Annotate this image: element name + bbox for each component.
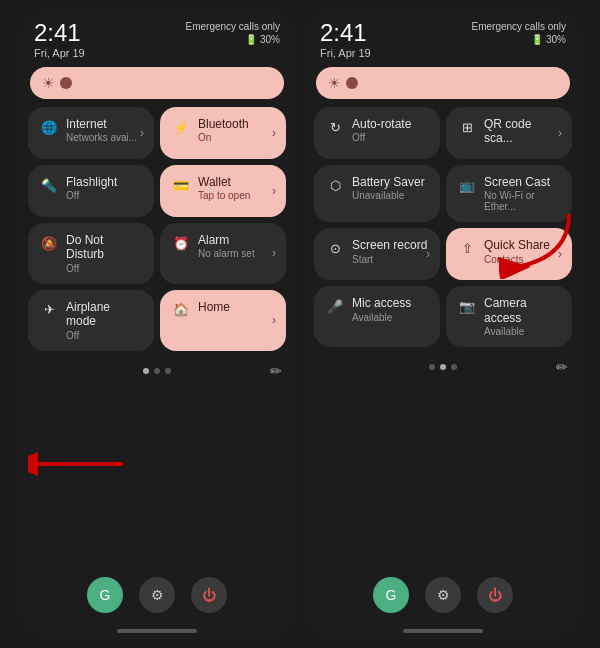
autorotate-subtitle: Off <box>352 132 411 143</box>
left-time: 2:41 <box>34 21 85 45</box>
bluetooth-subtitle: On <box>198 132 249 143</box>
autorotate-title: Auto-rotate <box>352 117 411 131</box>
tile-donotdisturb[interactable]: 🔕 Do Not Disturb Off <box>28 223 154 284</box>
internet-icon: 🌐 <box>40 118 58 136</box>
right-time: 2:41 <box>320 21 371 45</box>
wallet-title: Wallet <box>198 175 250 189</box>
left-home-indicator <box>117 629 197 633</box>
left-arrow <box>28 444 128 484</box>
flashlight-icon: 🔦 <box>40 176 58 194</box>
right-dots-row: ✏ <box>304 355 582 379</box>
right-power-btn[interactable]: ⏻ <box>477 577 513 613</box>
screenrecord-icon: ⊙ <box>326 239 344 257</box>
left-edit-icon[interactable]: ✏ <box>270 363 282 379</box>
internet-title: Internet <box>66 117 137 131</box>
left-brightness-thumb <box>60 77 72 89</box>
left-avatar-btn[interactable]: G <box>87 577 123 613</box>
bluetooth-icon: ⚡ <box>172 118 190 136</box>
tile-home[interactable]: 🏠 Home › <box>160 290 286 351</box>
flashlight-title: Flashlight <box>66 175 117 189</box>
dot-1 <box>143 368 149 374</box>
tile-airplane[interactable]: ✈ Airplane mode Off <box>28 290 154 351</box>
left-dots-row: ✏ <box>18 359 296 383</box>
internet-arrow: › <box>140 126 144 140</box>
wallet-subtitle: Tap to open <box>198 190 250 201</box>
alarm-title: Alarm <box>198 233 255 247</box>
alarm-subtitle: No alarm set <box>198 248 255 259</box>
left-phone: 2:41 Fri, Apr 19 Emergency calls only 🔋 … <box>18 9 296 639</box>
right-brightness-slider[interactable]: ☀ <box>316 67 570 99</box>
cameraaccess-subtitle: Available <box>484 326 560 337</box>
donotdisturb-subtitle: Off <box>66 263 142 274</box>
tile-wallet[interactable]: 💳 Wallet Tap to open › <box>160 165 286 217</box>
tile-micaccess[interactable]: 🎤 Mic access Available <box>314 286 440 347</box>
left-date: Fri, Apr 19 <box>34 47 85 59</box>
right-battery-icon: 🔋 <box>531 34 543 45</box>
right-date: Fri, Apr 19 <box>320 47 371 59</box>
tile-screenrecord[interactable]: ⊙ Screen record Start › <box>314 228 440 280</box>
screenrecord-subtitle: Start <box>352 254 427 265</box>
left-emergency: Emergency calls only <box>186 21 280 32</box>
quickshare-icon: ⇧ <box>458 239 476 257</box>
left-bottom-bar: G ⚙ ⏻ <box>18 569 296 629</box>
tile-flashlight[interactable]: 🔦 Flashlight Off <box>28 165 154 217</box>
home-arrow: › <box>272 313 276 327</box>
qrcode-arrow: › <box>558 126 562 140</box>
dot-2 <box>154 368 160 374</box>
airplane-icon: ✈ <box>40 301 58 319</box>
dot-3 <box>165 368 171 374</box>
flashlight-subtitle: Off <box>66 190 117 201</box>
airplane-subtitle: Off <box>66 330 142 341</box>
tile-bluetooth[interactable]: ⚡ Bluetooth On › <box>160 107 286 159</box>
tile-cameraaccess[interactable]: 📷 Camera access Available <box>446 286 572 347</box>
right-edit-icon[interactable]: ✏ <box>556 359 568 375</box>
tile-batterysaver[interactable]: ⬡ Battery Saver Unavailable <box>314 165 440 222</box>
home-title: Home <box>198 300 230 314</box>
right-settings-btn[interactable]: ⚙ <box>425 577 461 613</box>
right-brightness-icon: ☀ <box>328 75 341 91</box>
micaccess-subtitle: Available <box>352 312 411 323</box>
bluetooth-title: Bluetooth <box>198 117 249 131</box>
donotdisturb-title: Do Not Disturb <box>66 233 142 262</box>
left-battery: 30% <box>260 34 280 45</box>
screencast-icon: 📺 <box>458 176 476 194</box>
screencast-title: Screen Cast <box>484 175 560 189</box>
right-phone: 2:41 Fri, Apr 19 Emergency calls only 🔋 … <box>304 9 582 639</box>
qrcode-icon: ⊞ <box>458 118 476 136</box>
donotdisturb-icon: 🔕 <box>40 234 58 252</box>
alarm-icon: ⏰ <box>172 234 190 252</box>
micaccess-title: Mic access <box>352 296 411 310</box>
tile-internet[interactable]: 🌐 Internet Networks avai... › <box>28 107 154 159</box>
batterysaver-title: Battery Saver <box>352 175 425 189</box>
left-power-btn[interactable]: ⏻ <box>191 577 227 613</box>
wallet-arrow: › <box>272 184 276 198</box>
tile-alarm[interactable]: ⏰ Alarm No alarm set › <box>160 223 286 284</box>
right-status-bar: 2:41 Fri, Apr 19 Emergency calls only 🔋 … <box>304 9 582 63</box>
alarm-arrow: › <box>272 246 276 260</box>
right-home-indicator <box>403 629 483 633</box>
qrcode-title: QR code sca... <box>484 117 560 146</box>
right-avatar-btn[interactable]: G <box>373 577 409 613</box>
tile-qrcode[interactable]: ⊞ QR code sca... › <box>446 107 572 159</box>
right-brightness-thumb <box>346 77 358 89</box>
left-battery-icon: 🔋 <box>245 34 257 45</box>
right-dot-3 <box>451 364 457 370</box>
autorotate-icon: ↻ <box>326 118 344 136</box>
screenrecord-title: Screen record <box>352 238 427 252</box>
right-dot-2 <box>440 364 446 370</box>
right-dot-1 <box>429 364 435 370</box>
screenrecord-arrow: › <box>426 247 430 261</box>
cameraaccess-title: Camera access <box>484 296 560 325</box>
home-icon: 🏠 <box>172 301 190 319</box>
right-arrow <box>484 209 574 283</box>
left-settings-btn[interactable]: ⚙ <box>139 577 175 613</box>
left-tiles-grid: 🌐 Internet Networks avai... › ⚡ Bluetoot… <box>18 107 296 351</box>
bluetooth-arrow: › <box>272 126 276 140</box>
batterysaver-icon: ⬡ <box>326 176 344 194</box>
tile-autorotate[interactable]: ↻ Auto-rotate Off <box>314 107 440 159</box>
batterysaver-subtitle: Unavailable <box>352 190 425 201</box>
left-brightness-slider[interactable]: ☀ <box>30 67 284 99</box>
airplane-title: Airplane mode <box>66 300 142 329</box>
micaccess-icon: 🎤 <box>326 297 344 315</box>
left-status-bar: 2:41 Fri, Apr 19 Emergency calls only 🔋 … <box>18 9 296 63</box>
